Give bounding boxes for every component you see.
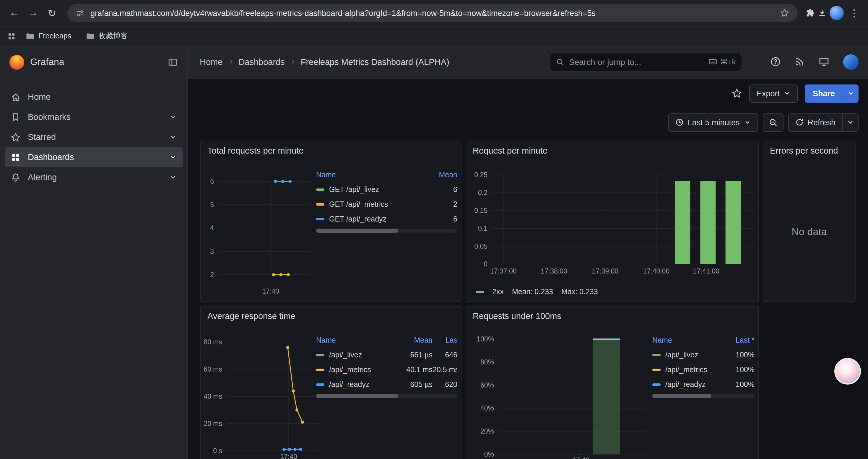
browser-profile-avatar[interactable] <box>830 6 844 20</box>
panel-legend: NameLast */api/_livez100%/api/_metrics10… <box>652 333 754 398</box>
series-swatch <box>316 218 324 220</box>
scrollbar-thumb[interactable] <box>652 394 712 398</box>
sidebar-item-home[interactable]: Home <box>5 87 183 107</box>
reload-icon[interactable]: ↻ <box>44 5 60 21</box>
svg-text:60%: 60% <box>480 381 494 389</box>
legend-value: 40.1 ms <box>397 365 433 374</box>
chevron-down-icon <box>847 119 854 126</box>
panel-legend: 2xx Mean: 0.233 Max: 0.233 <box>476 288 598 296</box>
legend-series-name[interactable]: /api/_metrics <box>665 365 707 374</box>
home-icon <box>11 92 21 102</box>
keyboard-icon <box>709 57 717 66</box>
svg-text:5: 5 <box>210 201 214 208</box>
legend-header-name[interactable]: Name <box>316 170 423 179</box>
legend-header-name[interactable]: Name <box>652 336 724 344</box>
legend-header-row: NameMean <box>316 167 457 182</box>
share-dropdown-button[interactable] <box>843 84 859 102</box>
svg-text:0 s: 0 s <box>213 447 222 455</box>
downloads-icon[interactable] <box>817 8 827 18</box>
help-icon[interactable] <box>771 57 780 67</box>
series-swatch <box>316 354 324 356</box>
refresh-button[interactable]: Refresh <box>788 113 842 131</box>
legend-series-name[interactable]: GET /api/_readyz <box>329 215 386 223</box>
zoom-out-button[interactable] <box>763 113 783 131</box>
refresh-split-button: Refresh <box>788 113 859 131</box>
forward-icon[interactable]: → <box>25 5 41 21</box>
legend-header-2[interactable]: Las <box>433 336 457 344</box>
folder-icon <box>25 32 34 40</box>
news-icon[interactable] <box>795 57 805 67</box>
browser-menu-icon[interactable]: ⋮ <box>846 7 862 19</box>
legend-series-name[interactable]: /api/_readyz <box>329 380 369 388</box>
sidebar-item-bookmarks[interactable]: Bookmarks <box>5 107 183 127</box>
breadcrumb-home[interactable]: Home <box>200 57 222 66</box>
breadcrumb-dashboards[interactable]: Dashboards <box>239 57 284 66</box>
share-button[interactable]: Share <box>805 84 843 102</box>
svg-text:17:37:00: 17:37:00 <box>490 267 517 275</box>
sidebar-item-label: Dashboards <box>28 153 162 162</box>
sidebar-item-starred[interactable]: Starred <box>5 127 183 147</box>
scrollbar-thumb[interactable] <box>316 394 398 398</box>
svg-text:0.2: 0.2 <box>478 189 488 196</box>
legend-value: 620 <box>433 380 457 388</box>
assistant-avatar[interactable] <box>834 358 861 385</box>
refresh-interval-button[interactable] <box>842 113 859 131</box>
sidebar-item-dashboards[interactable]: Dashboards <box>5 147 183 167</box>
legend-value: 605 µs <box>397 380 433 388</box>
bookmark-item-blogs[interactable]: 收藏博客 <box>81 29 133 43</box>
site-info-icon[interactable] <box>75 8 85 18</box>
legend-header-1[interactable]: Mean <box>423 170 457 179</box>
back-icon[interactable]: ← <box>6 5 23 21</box>
legend-series-name[interactable]: GET /api/_livez <box>329 185 379 193</box>
bookmark-star-icon[interactable] <box>780 8 789 18</box>
panel-total-requests: Total requests per minute 6543217:40 Nam… <box>200 140 462 302</box>
sidebar-item-alerting[interactable]: Alerting <box>5 167 183 187</box>
svg-text:20 ms: 20 ms <box>204 420 222 427</box>
svg-text:0.15: 0.15 <box>474 207 488 215</box>
legend-series-name[interactable]: GET /api/_metrics <box>329 200 388 208</box>
dock-sidebar-icon[interactable] <box>168 57 178 67</box>
time-range-button[interactable]: Last 5 minutes <box>668 113 758 131</box>
display-icon[interactable] <box>819 57 829 67</box>
panel-request-per-minute: Request per minute 0.250.20.150.10.05017… <box>466 140 759 302</box>
bar-chart[interactable]: 0.250.20.150.10.05017:37:0017:38:0017:39… <box>466 141 759 302</box>
legend-value: 100% <box>724 365 754 374</box>
apps-grid-icon[interactable] <box>7 32 16 40</box>
panel-legend: NameMeanGET /api/_livez6GET /api/_metric… <box>316 167 457 233</box>
sidebar-nav: HomeBookmarksStarredDashboardsAlerting <box>0 87 187 187</box>
svg-text:17:41:00: 17:41:00 <box>693 267 719 275</box>
legend-series-name[interactable]: /api/_readyz <box>665 380 706 388</box>
sidebar-brand: Grafana <box>0 45 187 78</box>
legend-header-1[interactable]: Last * <box>724 336 754 344</box>
legend-scrollbar[interactable] <box>316 229 457 233</box>
legend-series-name[interactable]: /api/_livez <box>665 351 698 359</box>
svg-text:17:40: 17:40 <box>280 453 297 459</box>
svg-text:0.05: 0.05 <box>474 242 488 250</box>
series-swatch <box>652 368 660 371</box>
search-input[interactable]: Search or jump to... ⌘+k <box>550 52 742 71</box>
scrollbar-thumb[interactable] <box>316 229 398 233</box>
grafana-header: Home Dashboards Freeleaps Metrics Dashbo… <box>188 45 868 78</box>
svg-text:0.25: 0.25 <box>474 171 488 179</box>
legend-header-1[interactable]: Mean <box>397 336 433 344</box>
legend-series-name[interactable]: /api/_livez <box>329 351 362 359</box>
legend-scrollbar[interactable] <box>316 394 457 398</box>
panel-title[interactable]: Errors per second <box>764 141 855 160</box>
legend-header-name[interactable]: Name <box>316 336 397 344</box>
refresh-icon <box>795 118 803 126</box>
dashboard-canvas: Total requests per minute 6543217:40 Nam… <box>188 140 868 459</box>
export-button[interactable]: Export <box>749 84 798 102</box>
legend-series-name[interactable]: /api/_metrics <box>329 365 371 374</box>
legend-scrollbar[interactable] <box>652 394 754 398</box>
extensions-icon[interactable] <box>805 8 815 18</box>
series-swatch <box>652 354 660 356</box>
chevron-down-icon <box>784 90 791 97</box>
header-icons <box>771 54 859 69</box>
bookmark-item-freeleaps[interactable]: Freeleaps <box>21 30 76 42</box>
grafana-logo-icon[interactable] <box>9 55 24 69</box>
chevron-down-icon <box>744 119 751 126</box>
user-avatar[interactable] <box>843 54 859 69</box>
legend-series-name[interactable]: 2xx <box>492 288 504 296</box>
address-bar[interactable]: grafana.mathmast.com/d/deytv4rwavabkb/fr… <box>67 4 798 22</box>
favorite-star-icon[interactable] <box>732 88 742 99</box>
